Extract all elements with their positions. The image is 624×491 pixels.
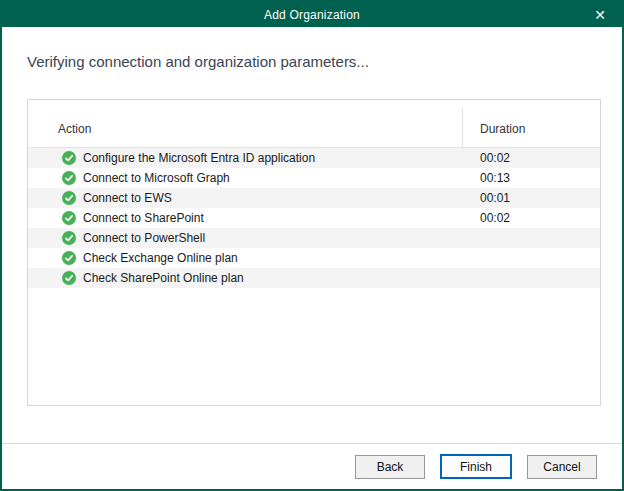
window-title: Add Organization bbox=[264, 8, 360, 22]
duration-value: 00:02 bbox=[480, 211, 510, 225]
back-button[interactable]: Back bbox=[355, 455, 425, 479]
table-row[interactable]: Check Exchange Online plan bbox=[28, 248, 600, 268]
action-label: Connect to SharePoint bbox=[83, 211, 204, 225]
finish-button[interactable]: Finish bbox=[440, 454, 512, 479]
table-row[interactable]: Configure the Microsoft Entra ID applica… bbox=[28, 148, 600, 168]
check-circle-icon bbox=[62, 271, 76, 285]
action-label: Configure the Microsoft Entra ID applica… bbox=[83, 151, 315, 165]
table-row[interactable]: Connect to SharePoint 00:02 bbox=[28, 208, 600, 228]
check-circle-icon bbox=[62, 231, 76, 245]
duration-value: 00:02 bbox=[480, 151, 510, 165]
footer-button-bar: Back Finish Cancel bbox=[2, 444, 622, 489]
table-row[interactable]: Connect to Microsoft Graph 00:13 bbox=[28, 168, 600, 188]
status-heading: Verifying connection and organization pa… bbox=[27, 53, 369, 70]
action-label: Check Exchange Online plan bbox=[83, 251, 238, 265]
add-organization-dialog: Add Organization ✕ Verifying connection … bbox=[0, 0, 624, 491]
close-icon[interactable]: ✕ bbox=[586, 2, 614, 27]
verification-list: Action Duration Configure the Microsoft … bbox=[27, 99, 601, 406]
cancel-button[interactable]: Cancel bbox=[527, 455, 597, 479]
duration-value: 00:13 bbox=[480, 171, 510, 185]
table-row[interactable]: Connect to EWS 00:01 bbox=[28, 188, 600, 208]
table-row[interactable]: Connect to PowerShell bbox=[28, 228, 600, 248]
action-label: Connect to Microsoft Graph bbox=[83, 171, 230, 185]
check-circle-icon bbox=[62, 151, 76, 165]
column-divider bbox=[462, 108, 463, 147]
column-header-duration[interactable]: Duration bbox=[480, 122, 525, 136]
list-header: Action Duration bbox=[28, 100, 600, 148]
title-bar: Add Organization ✕ bbox=[2, 2, 622, 27]
check-circle-icon bbox=[62, 211, 76, 225]
check-circle-icon bbox=[62, 191, 76, 205]
column-header-action[interactable]: Action bbox=[58, 122, 91, 136]
action-label: Check SharePoint Online plan bbox=[83, 271, 244, 285]
action-label: Connect to EWS bbox=[83, 191, 172, 205]
duration-value: 00:01 bbox=[480, 191, 510, 205]
check-circle-icon bbox=[62, 251, 76, 265]
table-row[interactable]: Check SharePoint Online plan bbox=[28, 268, 600, 288]
action-label: Connect to PowerShell bbox=[83, 231, 205, 245]
list-rows: Configure the Microsoft Entra ID applica… bbox=[28, 148, 600, 288]
check-circle-icon bbox=[62, 171, 76, 185]
